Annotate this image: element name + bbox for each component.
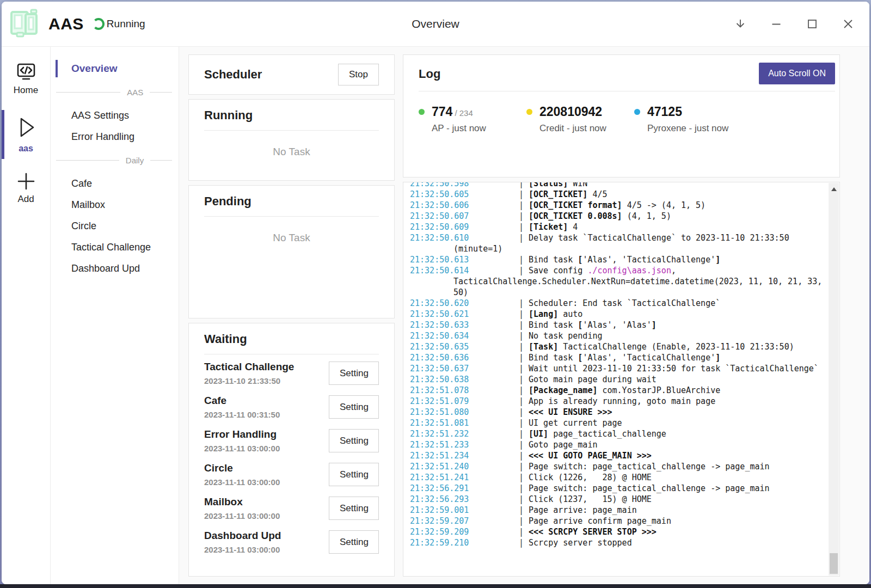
rail-item-home[interactable]: Home (2, 57, 50, 102)
plus-icon (16, 172, 36, 191)
divider (204, 216, 379, 217)
log-message: Page arrive confirm page_main (529, 516, 671, 526)
pending-title: Pending (204, 194, 379, 209)
waiting-task-row: Cafe 2023-11-11 00:31:50 Setting (204, 395, 379, 419)
log-timestamp: 21:32:59.001 (453, 505, 519, 516)
log-timestamp: 21:32:50.607 (453, 211, 519, 222)
log-column: Log Auto Scroll ON 774/ 234 (403, 54, 840, 577)
maximize-icon[interactable] (805, 17, 819, 31)
pending-empty-text: No Task (204, 232, 379, 244)
log-timestamp: 21:32:50.620 (453, 298, 519, 309)
waiting-task-next-run: 2023-11-11 03:00:00 (204, 511, 280, 520)
waiting-task-info: Circle 2023-11-11 03:00:00 (204, 462, 280, 487)
pending-card: Pending No Task (188, 185, 395, 318)
nav-item-overview[interactable]: Overview (51, 58, 179, 79)
nav-item-dashboard-upd[interactable]: Dashboard Upd (51, 258, 179, 279)
log-message: [OCR_TICKET format] 4/5 -> (4, 1, 5) (529, 200, 706, 210)
log-message: [Ticket] 4 (529, 222, 578, 232)
dashboard-stats: 774/ 234 AP - just now 2208109 (419, 105, 835, 134)
log-timestamp: 21:32:59.207 (453, 516, 519, 526)
stop-button[interactable]: Stop (338, 64, 379, 85)
stat-body: 47125 Pyroxene - just now (647, 105, 728, 134)
nav-section-label: Daily (126, 156, 144, 165)
waiting-task-list: Tactical Challenge 2023-11-10 21:33:50 S… (204, 361, 379, 554)
auto-scroll-button[interactable]: Auto Scroll ON (759, 63, 835, 84)
log-timestamp: 21:32:56.293 (453, 494, 519, 505)
log-timestamp: 21:32:50.633 (453, 320, 519, 330)
log-message: Bind task ['Alas', 'TacticalChallenge'] (529, 353, 720, 363)
content: Home aas Add Overview AAS AAS Settings E… (2, 47, 869, 584)
stat-label: Pyroxene - just now (647, 123, 728, 134)
setting-button[interactable]: Setting (329, 497, 379, 520)
nav-item-circle[interactable]: Circle (51, 216, 179, 237)
rail-item-add[interactable]: Add (2, 167, 50, 211)
scroll-up-arrow-icon[interactable] (831, 187, 837, 191)
log-line: INFO21:32:50.634|No task pending (410, 330, 823, 341)
minimize-icon[interactable] (769, 17, 783, 31)
log-message: [Lang] auto (529, 309, 582, 319)
log-line: INFO21:32:50.635|[Task] TacticalChalleng… (410, 341, 823, 352)
log-message: Click (1226, 28) @ HOME (529, 473, 652, 482)
waiting-task-row: Tactical Challenge 2023-11-10 21:33:50 S… (204, 361, 379, 385)
stat-block: 774/ 234 AP - just now (419, 105, 526, 134)
waiting-task-info: Mailbox 2023-11-11 03:00:00 (204, 496, 280, 520)
log-viewer: INFO21:32:50.598|[Status] WIN INFO21:32:… (403, 182, 840, 577)
log-timestamp: 21:32:51.241 (453, 472, 519, 483)
log-scrollbar[interactable] (829, 183, 839, 575)
setting-button[interactable]: Setting (329, 429, 379, 452)
nav-item-error-handling[interactable]: Error Handling (51, 126, 179, 148)
stat-value: 220810942 (539, 105, 602, 119)
nav-item-tactical-challenge[interactable]: Tactical Challenge (51, 237, 179, 258)
download-update-icon[interactable] (733, 17, 747, 31)
log-separator: | (519, 451, 524, 461)
log-line: INFO21:32:56.291|Page switch: page_tacti… (410, 483, 823, 494)
waiting-task-name: Tactical Challenge (204, 361, 294, 373)
rail-item-aas[interactable]: aas (2, 109, 50, 160)
log-separator: | (519, 538, 524, 548)
log-line: INFO21:32:59.001|Page arrive: page_main (410, 505, 823, 516)
log-separator: | (519, 320, 524, 330)
close-icon[interactable] (841, 17, 855, 31)
setting-button[interactable]: Setting (329, 395, 379, 419)
nav-item-aas-settings[interactable]: AAS Settings (51, 105, 179, 126)
log-timestamp: 21:32:50.605 (453, 189, 519, 200)
setting-button[interactable]: Setting (329, 530, 379, 554)
scheduler-card: Scheduler Stop (188, 54, 395, 95)
setting-button[interactable]: Setting (329, 362, 379, 385)
stat-value: 774 (432, 105, 452, 119)
waiting-task-row: Circle 2023-11-11 03:00:00 Setting (204, 462, 379, 487)
log-separator: | (519, 527, 524, 537)
log-timestamp: 21:32:56.291 (453, 483, 519, 494)
log-line: INFO21:32:59.210|Scrcpy server stopped (410, 537, 823, 548)
nav-item-mailbox[interactable]: Mailbox (51, 194, 179, 216)
log-separator: | (519, 462, 524, 471)
nav-item-cafe[interactable]: Cafe (51, 173, 179, 194)
stat-dot-icon (419, 109, 425, 115)
log-timestamp: 21:32:50.637 (453, 363, 519, 374)
stat-dot-icon (634, 109, 640, 115)
log-line: INFO21:32:50.633|Bind task ['Alas', 'Ala… (410, 320, 823, 330)
scrollbar-thumb[interactable] (830, 553, 838, 574)
log-timestamp: 21:32:51.232 (453, 428, 519, 439)
log-separator: | (519, 396, 524, 406)
waiting-task-row: Error Handling 2023-11-11 03:00:00 Setti… (204, 428, 379, 453)
log-message: Goto page_main (529, 440, 597, 450)
waiting-task-name: Dashboard Upd (204, 530, 281, 542)
waiting-task-next-run: 2023-11-11 00:31:50 (204, 410, 280, 419)
log-line: INFO21:32:50.614|Save config ./config\aa… (410, 265, 823, 298)
app-name: AAS (48, 15, 84, 33)
log-message: <<< SCRCPY SERVER STOP >>> (529, 527, 657, 537)
log-message: Page arrive: page_main (529, 505, 637, 515)
scheduler-column: Scheduler Stop Running No Task Pending N… (188, 54, 395, 577)
waiting-task-info: Dashboard Upd 2023-11-11 03:00:00 (204, 530, 281, 554)
log-separator: | (519, 298, 524, 308)
log-lines[interactable]: INFO21:32:50.598|[Status] WIN INFO21:32:… (410, 182, 823, 548)
log-message: UI get current page (529, 418, 622, 428)
log-line: INFO21:32:51.233|Goto page_main (410, 439, 823, 450)
log-line: INFO21:32:51.081|UI get current page (410, 418, 823, 428)
setting-button[interactable]: Setting (329, 463, 379, 486)
titlebar: AAS Running Overview (2, 2, 869, 47)
log-line: INFO21:32:50.636|Bind task ['Alas', 'Tac… (410, 352, 823, 363)
log-line: INFO21:32:50.605|[OCR_TICKET] 4/5 (410, 189, 823, 200)
log-timestamp: 21:32:51.240 (453, 461, 519, 472)
